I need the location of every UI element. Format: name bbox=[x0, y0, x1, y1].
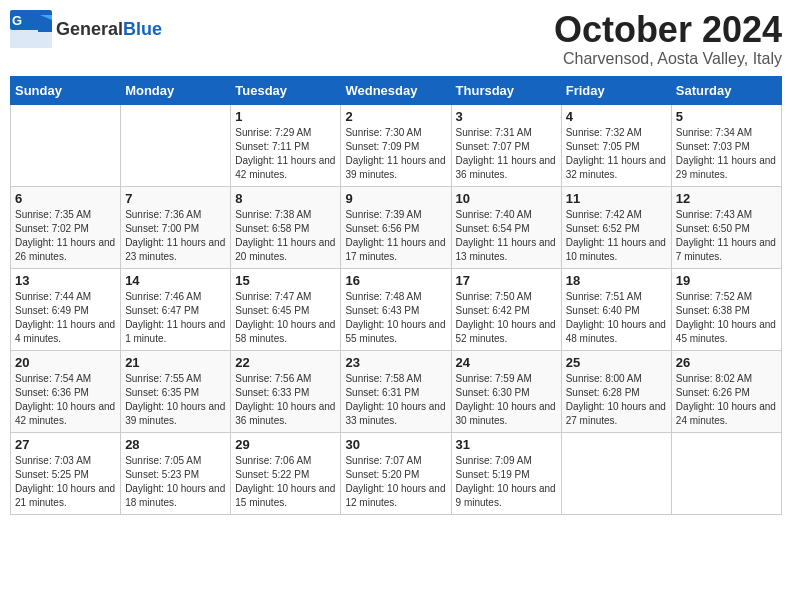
calendar-cell: 11Sunrise: 7:42 AMSunset: 6:52 PMDayligh… bbox=[561, 186, 671, 268]
calendar-cell: 31Sunrise: 7:09 AMSunset: 5:19 PMDayligh… bbox=[451, 432, 561, 514]
day-info: Sunrise: 7:55 AMSunset: 6:35 PMDaylight:… bbox=[125, 372, 226, 428]
day-info: Sunrise: 7:47 AMSunset: 6:45 PMDaylight:… bbox=[235, 290, 336, 346]
day-info: Sunrise: 7:31 AMSunset: 7:07 PMDaylight:… bbox=[456, 126, 557, 182]
day-number: 28 bbox=[125, 437, 226, 452]
calendar-week-row: 1Sunrise: 7:29 AMSunset: 7:11 PMDaylight… bbox=[11, 104, 782, 186]
title-block: October 2024 Charvensod, Aosta Valley, I… bbox=[554, 10, 782, 68]
day-info: Sunrise: 7:40 AMSunset: 6:54 PMDaylight:… bbox=[456, 208, 557, 264]
calendar-cell: 22Sunrise: 7:56 AMSunset: 6:33 PMDayligh… bbox=[231, 350, 341, 432]
day-number: 2 bbox=[345, 109, 446, 124]
day-info: Sunrise: 7:38 AMSunset: 6:58 PMDaylight:… bbox=[235, 208, 336, 264]
location-title: Charvensod, Aosta Valley, Italy bbox=[554, 50, 782, 68]
day-number: 24 bbox=[456, 355, 557, 370]
logo-general: General bbox=[56, 19, 123, 39]
calendar-cell: 17Sunrise: 7:50 AMSunset: 6:42 PMDayligh… bbox=[451, 268, 561, 350]
calendar-week-row: 20Sunrise: 7:54 AMSunset: 6:36 PMDayligh… bbox=[11, 350, 782, 432]
day-number: 23 bbox=[345, 355, 446, 370]
calendar-cell: 29Sunrise: 7:06 AMSunset: 5:22 PMDayligh… bbox=[231, 432, 341, 514]
day-of-week-header: Thursday bbox=[451, 76, 561, 104]
day-info: Sunrise: 7:39 AMSunset: 6:56 PMDaylight:… bbox=[345, 208, 446, 264]
calendar-cell: 21Sunrise: 7:55 AMSunset: 6:35 PMDayligh… bbox=[121, 350, 231, 432]
day-of-week-header: Sunday bbox=[11, 76, 121, 104]
calendar-cell: 6Sunrise: 7:35 AMSunset: 7:02 PMDaylight… bbox=[11, 186, 121, 268]
day-number: 22 bbox=[235, 355, 336, 370]
calendar-cell: 25Sunrise: 8:00 AMSunset: 6:28 PMDayligh… bbox=[561, 350, 671, 432]
day-info: Sunrise: 7:29 AMSunset: 7:11 PMDaylight:… bbox=[235, 126, 336, 182]
day-info: Sunrise: 7:43 AMSunset: 6:50 PMDaylight:… bbox=[676, 208, 777, 264]
day-info: Sunrise: 7:46 AMSunset: 6:47 PMDaylight:… bbox=[125, 290, 226, 346]
calendar-cell bbox=[11, 104, 121, 186]
calendar-cell: 26Sunrise: 8:02 AMSunset: 6:26 PMDayligh… bbox=[671, 350, 781, 432]
calendar-cell bbox=[671, 432, 781, 514]
day-number: 21 bbox=[125, 355, 226, 370]
day-info: Sunrise: 7:42 AMSunset: 6:52 PMDaylight:… bbox=[566, 208, 667, 264]
day-number: 5 bbox=[676, 109, 777, 124]
day-number: 19 bbox=[676, 273, 777, 288]
day-number: 1 bbox=[235, 109, 336, 124]
day-number: 16 bbox=[345, 273, 446, 288]
day-info: Sunrise: 8:00 AMSunset: 6:28 PMDaylight:… bbox=[566, 372, 667, 428]
day-number: 18 bbox=[566, 273, 667, 288]
day-number: 15 bbox=[235, 273, 336, 288]
day-number: 17 bbox=[456, 273, 557, 288]
day-of-week-header: Monday bbox=[121, 76, 231, 104]
calendar-cell: 8Sunrise: 7:38 AMSunset: 6:58 PMDaylight… bbox=[231, 186, 341, 268]
day-info: Sunrise: 7:52 AMSunset: 6:38 PMDaylight:… bbox=[676, 290, 777, 346]
calendar-week-row: 13Sunrise: 7:44 AMSunset: 6:49 PMDayligh… bbox=[11, 268, 782, 350]
day-number: 14 bbox=[125, 273, 226, 288]
day-number: 8 bbox=[235, 191, 336, 206]
day-of-week-header: Saturday bbox=[671, 76, 781, 104]
day-info: Sunrise: 7:54 AMSunset: 6:36 PMDaylight:… bbox=[15, 372, 116, 428]
day-info: Sunrise: 7:09 AMSunset: 5:19 PMDaylight:… bbox=[456, 454, 557, 510]
calendar-cell: 5Sunrise: 7:34 AMSunset: 7:03 PMDaylight… bbox=[671, 104, 781, 186]
calendar-cell: 15Sunrise: 7:47 AMSunset: 6:45 PMDayligh… bbox=[231, 268, 341, 350]
calendar-cell: 13Sunrise: 7:44 AMSunset: 6:49 PMDayligh… bbox=[11, 268, 121, 350]
day-info: Sunrise: 8:02 AMSunset: 6:26 PMDaylight:… bbox=[676, 372, 777, 428]
day-number: 26 bbox=[676, 355, 777, 370]
day-number: 6 bbox=[15, 191, 116, 206]
day-info: Sunrise: 7:05 AMSunset: 5:23 PMDaylight:… bbox=[125, 454, 226, 510]
calendar-cell: 18Sunrise: 7:51 AMSunset: 6:40 PMDayligh… bbox=[561, 268, 671, 350]
calendar-table: SundayMondayTuesdayWednesdayThursdayFrid… bbox=[10, 76, 782, 515]
calendar-cell: 7Sunrise: 7:36 AMSunset: 7:00 PMDaylight… bbox=[121, 186, 231, 268]
calendar-cell: 14Sunrise: 7:46 AMSunset: 6:47 PMDayligh… bbox=[121, 268, 231, 350]
calendar-cell: 12Sunrise: 7:43 AMSunset: 6:50 PMDayligh… bbox=[671, 186, 781, 268]
calendar-cell: 19Sunrise: 7:52 AMSunset: 6:38 PMDayligh… bbox=[671, 268, 781, 350]
day-of-week-header: Friday bbox=[561, 76, 671, 104]
calendar-cell bbox=[561, 432, 671, 514]
calendar-cell: 30Sunrise: 7:07 AMSunset: 5:20 PMDayligh… bbox=[341, 432, 451, 514]
logo: G GeneralBlue bbox=[10, 10, 162, 48]
calendar-cell: 1Sunrise: 7:29 AMSunset: 7:11 PMDaylight… bbox=[231, 104, 341, 186]
day-info: Sunrise: 7:48 AMSunset: 6:43 PMDaylight:… bbox=[345, 290, 446, 346]
day-info: Sunrise: 7:36 AMSunset: 7:00 PMDaylight:… bbox=[125, 208, 226, 264]
day-info: Sunrise: 7:50 AMSunset: 6:42 PMDaylight:… bbox=[456, 290, 557, 346]
day-number: 29 bbox=[235, 437, 336, 452]
logo-blue: Blue bbox=[123, 19, 162, 39]
day-info: Sunrise: 7:35 AMSunset: 7:02 PMDaylight:… bbox=[15, 208, 116, 264]
day-info: Sunrise: 7:07 AMSunset: 5:20 PMDaylight:… bbox=[345, 454, 446, 510]
month-title: October 2024 bbox=[554, 10, 782, 50]
day-of-week-header: Tuesday bbox=[231, 76, 341, 104]
svg-marker-3 bbox=[38, 18, 52, 32]
calendar-cell: 3Sunrise: 7:31 AMSunset: 7:07 PMDaylight… bbox=[451, 104, 561, 186]
calendar-cell: 16Sunrise: 7:48 AMSunset: 6:43 PMDayligh… bbox=[341, 268, 451, 350]
day-info: Sunrise: 7:03 AMSunset: 5:25 PMDaylight:… bbox=[15, 454, 116, 510]
calendar-week-row: 27Sunrise: 7:03 AMSunset: 5:25 PMDayligh… bbox=[11, 432, 782, 514]
day-info: Sunrise: 7:59 AMSunset: 6:30 PMDaylight:… bbox=[456, 372, 557, 428]
page-header: G GeneralBlue October 2024 Charvensod, A… bbox=[10, 10, 782, 68]
day-number: 9 bbox=[345, 191, 446, 206]
calendar-week-row: 6Sunrise: 7:35 AMSunset: 7:02 PMDaylight… bbox=[11, 186, 782, 268]
day-number: 12 bbox=[676, 191, 777, 206]
calendar-cell: 27Sunrise: 7:03 AMSunset: 5:25 PMDayligh… bbox=[11, 432, 121, 514]
calendar-cell: 4Sunrise: 7:32 AMSunset: 7:05 PMDaylight… bbox=[561, 104, 671, 186]
day-number: 13 bbox=[15, 273, 116, 288]
day-info: Sunrise: 7:34 AMSunset: 7:03 PMDaylight:… bbox=[676, 126, 777, 182]
calendar-cell bbox=[121, 104, 231, 186]
day-number: 11 bbox=[566, 191, 667, 206]
calendar-cell: 10Sunrise: 7:40 AMSunset: 6:54 PMDayligh… bbox=[451, 186, 561, 268]
day-info: Sunrise: 7:58 AMSunset: 6:31 PMDaylight:… bbox=[345, 372, 446, 428]
calendar-cell: 28Sunrise: 7:05 AMSunset: 5:23 PMDayligh… bbox=[121, 432, 231, 514]
calendar-cell: 24Sunrise: 7:59 AMSunset: 6:30 PMDayligh… bbox=[451, 350, 561, 432]
calendar-header-row: SundayMondayTuesdayWednesdayThursdayFrid… bbox=[11, 76, 782, 104]
day-number: 27 bbox=[15, 437, 116, 452]
